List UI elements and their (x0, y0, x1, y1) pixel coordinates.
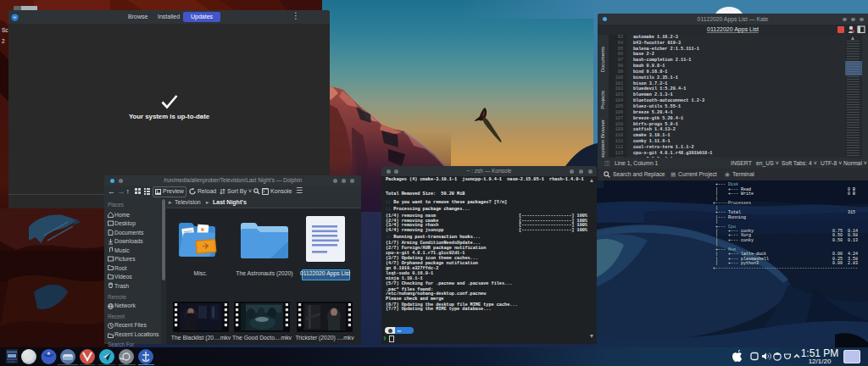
svg-text:2: 2 (2, 38, 5, 44)
